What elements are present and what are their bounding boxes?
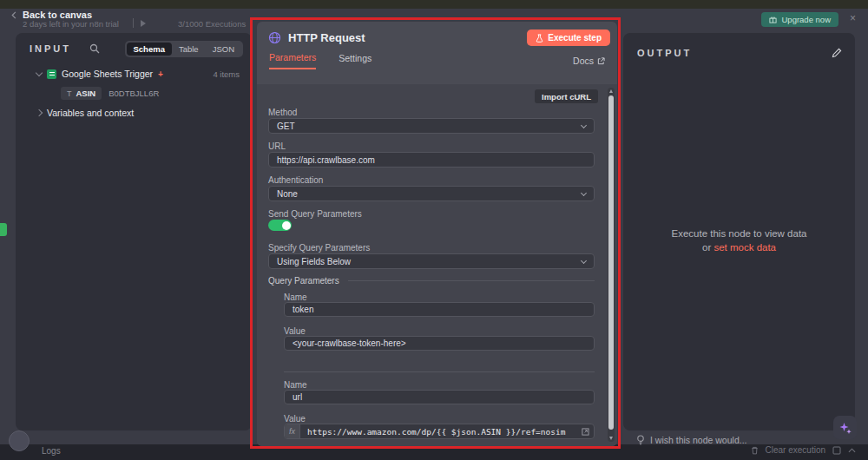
pencil-icon: [832, 48, 842, 58]
search-icon[interactable]: [89, 43, 100, 54]
edit-output-button[interactable]: [827, 43, 846, 62]
http-request-modal: HTTP Request Execute step Parameters Set…: [257, 22, 617, 446]
trash-icon[interactable]: [751, 446, 759, 455]
scrollbar-thumb[interactable]: [608, 95, 614, 430]
method-select[interactable]: GET: [268, 118, 595, 134]
param2-name-label: Name: [284, 380, 307, 390]
feedback-prompt[interactable]: I wish this node would...: [636, 435, 746, 445]
clear-execution-group: Clear execution: [751, 445, 856, 455]
specify-query-value: Using Fields Below: [277, 257, 351, 266]
expand-expression-button[interactable]: [582, 428, 589, 436]
executions-count: 3/1000 Executions: [178, 19, 246, 29]
toggle-knob: [282, 221, 291, 230]
docs-link[interactable]: Docs: [573, 56, 605, 66]
logs-toggle[interactable]: Logs: [42, 446, 61, 456]
query-parameters-section: Query Parameters: [268, 276, 595, 286]
modal-scrollbar[interactable]: [608, 88, 615, 442]
scroll-down-arrow[interactable]: [609, 437, 613, 440]
chevron-down-icon[interactable]: [36, 69, 43, 76]
section-rule: [348, 280, 595, 281]
expand-icon: [582, 428, 589, 436]
node-pin-indicator: +: [158, 69, 163, 79]
field-type-pill[interactable]: T ASIN: [61, 87, 102, 100]
trigger-node-label: Google Sheets Trigger: [62, 69, 153, 79]
expression-text: https://www.amazon.com/dp/{{ $json.ASIN …: [300, 427, 572, 437]
set-mock-data-link[interactable]: set mock data: [713, 242, 776, 253]
ai-assistant-button[interactable]: [833, 416, 857, 439]
variables-context-row[interactable]: Variables and context: [16, 103, 252, 122]
tab-parameters[interactable]: Parameters: [269, 52, 316, 69]
specify-query-select[interactable]: Using Fields Below: [268, 253, 595, 269]
fx-icon: fx: [285, 424, 300, 438]
trial-banner-strip: [0, 0, 868, 9]
empty-state-text: Execute this node to view data: [623, 228, 855, 239]
output-panel-title: OUTPUT: [637, 48, 692, 58]
chevron-down-icon: [581, 122, 587, 128]
param2-value-label: Value: [284, 414, 306, 424]
param1-value: <your-crawlbase-token-here>: [293, 338, 406, 348]
node-input-connector[interactable]: [0, 223, 7, 236]
authentication-value: None: [277, 189, 298, 199]
n8n-node-detail-view: Back to canvas 2 days left in your n8n t…: [0, 0, 868, 460]
import-curl-button[interactable]: Import cURL: [535, 89, 598, 103]
lightbulb-icon: [636, 435, 645, 445]
string-type-icon: T: [67, 89, 72, 98]
flask-icon: [536, 34, 543, 43]
send-query-label: Send Query Parameters: [268, 209, 362, 219]
chevron-down-icon: [581, 257, 587, 263]
input-node-row[interactable]: Google Sheets Trigger + 4 items: [16, 64, 252, 83]
clear-execution-button[interactable]: Clear execution: [766, 445, 825, 455]
gift-icon: [769, 16, 777, 23]
method-label: Method: [268, 108, 297, 117]
banner-close-icon[interactable]: ×: [850, 12, 856, 24]
param2-name-input[interactable]: url: [284, 390, 595, 404]
wish-text: I wish this node would...: [650, 435, 746, 445]
external-link-icon: [597, 57, 605, 65]
method-value: GET: [277, 122, 295, 131]
node-title: HTTP Request: [288, 31, 365, 44]
output-empty-state: Execute this node to view data or set mo…: [623, 228, 855, 253]
panel-icon[interactable]: [832, 446, 841, 455]
input-view-switcher: Schema Table JSON: [125, 41, 244, 57]
param1-value-label: Value: [284, 326, 306, 336]
output-panel: OUTPUT Execute this node to view data or…: [623, 33, 855, 430]
authentication-select[interactable]: None: [268, 186, 595, 201]
items-count-badge: 4 items: [213, 69, 240, 79]
docs-label: Docs: [573, 56, 594, 66]
sparkles-icon: [838, 421, 852, 435]
upgrade-now-button[interactable]: Upgrade now: [761, 12, 838, 27]
field-value: B0DTBJLL6R: [108, 89, 159, 98]
param1-name-value: token: [293, 305, 313, 314]
schema-field-row[interactable]: T ASIN B0DTBJLL6R: [61, 83, 252, 103]
query-parameters-label: Query Parameters: [268, 276, 339, 286]
execute-step-label: Execute step: [548, 33, 602, 43]
field-name: ASIN: [76, 89, 96, 98]
tab-settings[interactable]: Settings: [339, 53, 372, 69]
tab-table[interactable]: Table: [172, 43, 206, 56]
or-text: or: [702, 242, 711, 253]
user-avatar[interactable]: [9, 430, 30, 451]
chevron-right-icon[interactable]: [36, 109, 43, 116]
globe-icon: [268, 31, 281, 44]
tab-schema[interactable]: Schema: [127, 43, 172, 56]
chevron-down-icon: [581, 189, 587, 195]
parameters-form: Import cURL Method GET URL https://api.c…: [257, 84, 617, 446]
google-sheets-icon: [47, 69, 56, 79]
url-value: https://api.crawlbase.com: [277, 155, 375, 165]
variables-context-label: Variables and context: [47, 108, 134, 118]
send-query-toggle[interactable]: [268, 220, 292, 231]
specify-query-label: Specify Query Parameters: [268, 243, 370, 253]
input-panel-title: INPUT: [30, 43, 71, 54]
url-input[interactable]: https://api.crawlbase.com: [268, 152, 595, 168]
input-panel: INPUT Schema Table JSON Google Sheets Tr…: [16, 33, 252, 430]
param-divider: [284, 371, 595, 372]
bottom-bar: [0, 444, 868, 460]
execute-step-button[interactable]: Execute step: [527, 30, 610, 46]
tab-json[interactable]: JSON: [206, 43, 241, 56]
param1-name-input[interactable]: token: [284, 302, 595, 317]
param2-value-expression[interactable]: fx https://www.amazon.com/dp/{{ $json.AS…: [284, 424, 595, 439]
back-arrow-icon[interactable]: [10, 11, 18, 19]
chevron-up-icon[interactable]: [848, 448, 856, 453]
scroll-up-arrow[interactable]: [609, 89, 613, 93]
param1-value-input[interactable]: <your-crawlbase-token-here>: [284, 336, 595, 351]
